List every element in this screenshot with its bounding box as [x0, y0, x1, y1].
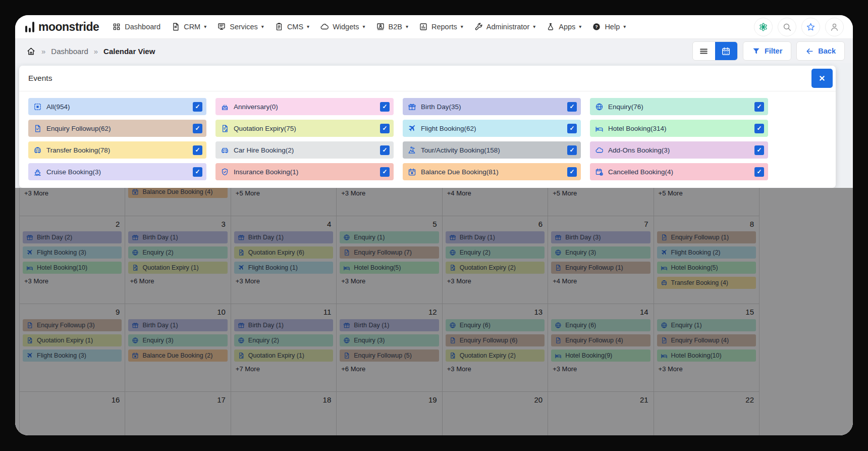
search-button[interactable]	[778, 18, 796, 36]
checkbox-checked[interactable]: ✓	[380, 102, 390, 112]
event-filter-cancelled-booking-4[interactable]: Cancelled Booking(4)✓	[590, 163, 768, 180]
chatgpt-button[interactable]	[754, 18, 773, 36]
plane-icon	[408, 124, 416, 133]
checkbox-checked[interactable]: ✓	[380, 124, 390, 133]
event-filter-all-954[interactable]: All(954)✓	[28, 98, 206, 115]
checkbox-checked[interactable]: ✓	[754, 124, 764, 133]
breadcrumb-calendar-view: Calendar View	[103, 47, 155, 56]
checkbox-checked[interactable]: ✓	[193, 124, 202, 133]
filter-button[interactable]: Filter	[743, 41, 791, 61]
events-panel-title: Events	[28, 74, 52, 83]
checkbox-checked[interactable]: ✓	[567, 145, 577, 155]
event-filter-label: Cancelled Booking(4)	[608, 168, 750, 176]
checkbox-checked[interactable]: ✓	[754, 102, 764, 112]
nav-item-cms[interactable]: CMS▾	[275, 22, 309, 31]
nav-right-icons	[754, 18, 844, 36]
nav-item-b2b[interactable]: B2B▾	[376, 22, 408, 31]
nav-item-label: Apps	[559, 23, 575, 31]
checkbox-checked[interactable]: ✓	[380, 145, 390, 155]
events-panel-header: Events	[19, 66, 836, 91]
event-filter-tour-activity-booking-158[interactable]: Tour/Activity Booking(158)✓	[403, 141, 581, 159]
nav-item-label: Help	[605, 23, 620, 31]
event-filters-grid: All(954)✓Anniversary(0)✓Birth Day(35)✓En…	[19, 91, 836, 188]
event-filter-label: Enquiry Followup(62)	[46, 125, 188, 132]
checkbox-checked[interactable]: ✓	[567, 102, 577, 112]
checkbox-checked[interactable]: ✓	[380, 167, 390, 177]
event-filter-anniversary-0[interactable]: Anniversary(0)✓	[215, 98, 394, 115]
nav-item-dashboard[interactable]: Dashboard	[112, 22, 160, 31]
checkbox-checked[interactable]: ✓	[193, 102, 202, 112]
event-filter-label: All(954)	[46, 103, 188, 111]
calendar-view-button[interactable]	[715, 42, 737, 60]
star-button[interactable]	[801, 18, 820, 36]
nav-item-widgets[interactable]: Widgets▾	[320, 22, 365, 31]
event-filter-quotation-expiry-75[interactable]: Quotation Expiry(75)✓	[215, 120, 394, 137]
chevron-down-icon: ▾	[406, 24, 408, 29]
checkbox-checked[interactable]: ✓	[567, 167, 577, 177]
event-filter-label: Flight Booking(62)	[421, 125, 563, 132]
nav-item-label: CRM	[184, 23, 200, 31]
event-filter-label: Transfer Booking(78)	[46, 146, 188, 154]
event-filter-enquiry-76[interactable]: Enquiry(76)✓	[590, 98, 768, 115]
event-filter-label: Birth Day(35)	[421, 103, 563, 111]
breadcrumb-separator: »	[94, 47, 98, 56]
search-icon	[782, 22, 792, 32]
chevron-down-icon: ▾	[533, 24, 535, 29]
list-view-button[interactable]	[693, 42, 715, 60]
monitor-icon	[217, 22, 226, 31]
event-filter-hotel-booking-314[interactable]: Hotel Booking(314)✓	[590, 120, 768, 137]
event-filter-enquiry-followup-62[interactable]: Enquiry Followup(62)✓	[28, 120, 206, 137]
home-icon[interactable]	[26, 46, 36, 56]
nav-item-label: Reports	[431, 23, 457, 31]
nav-item-label: B2B	[389, 23, 402, 31]
event-filter-label: Hotel Booking(314)	[608, 125, 750, 132]
document-edit-icon	[221, 124, 229, 133]
event-filter-label: Quotation Expiry(75)	[234, 125, 375, 132]
event-filter-label: Tour/Activity Booking(158)	[421, 146, 563, 154]
cloud-icon	[595, 146, 604, 155]
checkbox-checked[interactable]: ✓	[193, 145, 202, 155]
nav-item-reports[interactable]: Reports▾	[419, 22, 463, 31]
chevron-down-icon: ▾	[307, 24, 309, 29]
chevron-down-icon: ▾	[579, 24, 581, 29]
event-filter-transfer-booking-78[interactable]: Transfer Booking(78)✓	[28, 141, 206, 159]
view-toolbar: Filter Back	[692, 41, 845, 61]
breadcrumb-dashboard[interactable]: Dashboard	[51, 47, 88, 56]
nav-item-help[interactable]: Help▾	[592, 22, 626, 31]
nav-item-administrator[interactable]: Administrator▾	[474, 22, 535, 31]
event-filter-birth-day-35[interactable]: Birth Day(35)✓	[403, 98, 581, 115]
event-filter-label: Car Hire Booking(2)	[234, 146, 375, 154]
checkbox-checked[interactable]: ✓	[567, 124, 577, 133]
checkbox-checked[interactable]: ✓	[754, 167, 764, 177]
event-filter-cruise-booking-3[interactable]: Cruise Booking(3)✓	[28, 163, 206, 180]
nav-item-label: Administrator	[486, 23, 529, 31]
event-filter-label: Enquiry(76)	[608, 103, 750, 111]
globe-icon	[595, 103, 604, 111]
checkbox-checked[interactable]: ✓	[754, 145, 764, 155]
checkbox-checked[interactable]: ✓	[193, 167, 202, 177]
close-events-button[interactable]	[811, 69, 833, 88]
event-filter-add-ons-booking-3[interactable]: Add-Ons Booking(3)✓	[590, 141, 768, 159]
event-filter-insurance-booking-1[interactable]: Insurance Booking(1)✓	[215, 163, 394, 180]
close-icon	[818, 74, 826, 82]
user-button[interactable]	[825, 18, 844, 36]
nav-item-services[interactable]: Services▾	[217, 22, 264, 31]
event-filter-label: Add-Ons Booking(3)	[608, 146, 750, 154]
nav-item-apps[interactable]: Apps▾	[546, 22, 581, 31]
grid-icon	[112, 22, 121, 31]
logo-text: moonstride	[38, 21, 99, 33]
view-toggle-group	[692, 41, 738, 61]
calendar-section: +3 MoreBalance Due Booking (4)+5 More+3 …	[15, 188, 853, 435]
flask-icon	[546, 22, 555, 31]
event-filter-flight-booking-62[interactable]: Flight Booking(62)✓	[403, 120, 581, 137]
calendar-cancel-icon	[595, 168, 604, 176]
document-icon	[171, 22, 180, 31]
back-button-label: Back	[818, 47, 836, 55]
nav-item-label: Widgets	[333, 23, 359, 31]
event-filter-balance-due-booking-81[interactable]: Balance Due Booking(81)✓	[403, 163, 581, 180]
help-icon	[592, 22, 601, 31]
moonstride-logo[interactable]: moonstride	[25, 21, 99, 33]
nav-item-crm[interactable]: CRM▾	[171, 22, 206, 31]
back-button[interactable]: Back	[796, 41, 845, 61]
event-filter-car-hire-booking-2[interactable]: Car Hire Booking(2)✓	[215, 141, 394, 159]
